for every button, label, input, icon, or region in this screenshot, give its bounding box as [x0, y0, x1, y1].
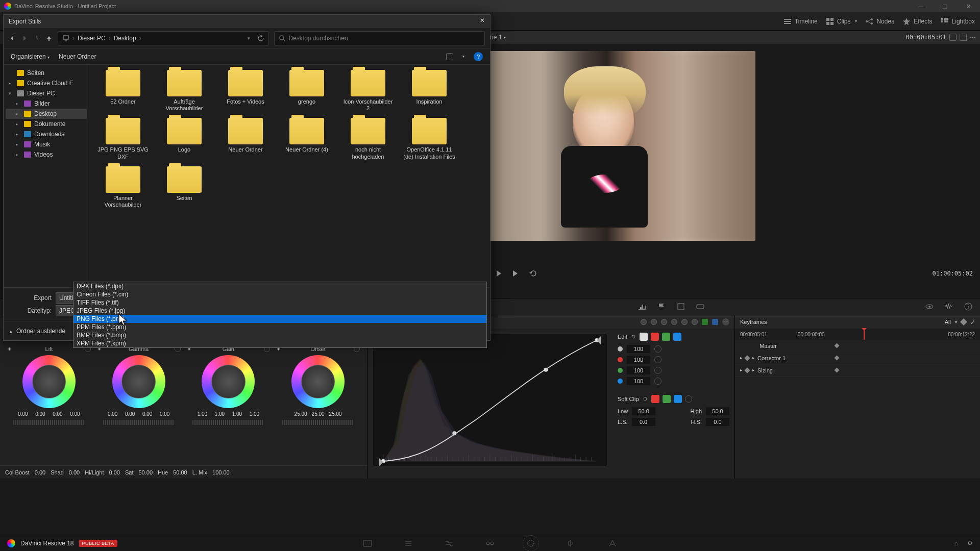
media-page-icon[interactable]: [362, 538, 373, 548]
kf-tc-current[interactable]: 00:00:05:01: [740, 332, 767, 337]
minimize-button[interactable]: —: [910, 0, 933, 12]
wheel-num[interactable]: 1.00: [247, 411, 262, 417]
organize-button[interactable]: Organisieren ▾: [11, 53, 50, 60]
expand-icon[interactable]: [960, 34, 967, 41]
high-value[interactable]: [706, 407, 729, 415]
keyframe-diamond[interactable]: [835, 368, 840, 373]
help-icon[interactable]: ?: [474, 52, 483, 61]
settings-icon[interactable]: ⚙: [967, 540, 973, 547]
reset-icon[interactable]: [654, 367, 662, 374]
nav-up-icon[interactable]: [45, 35, 53, 42]
nav-forward-icon[interactable]: [21, 35, 28, 42]
path-field[interactable]: ›Dieser PC ›Desktop › ▾: [58, 31, 269, 45]
hilight-value[interactable]: 0.00: [109, 469, 120, 475]
curve-mode-6[interactable]: [692, 319, 698, 325]
jog-wheel[interactable]: [103, 420, 175, 425]
folder-tree[interactable]: Seiten▸Creative Cloud F▾Dieser PC▸Bilder…: [4, 65, 89, 287]
path-dropdown-icon[interactable]: ▾: [248, 36, 250, 41]
curve-mode-2[interactable]: [651, 319, 657, 325]
sat-value[interactable]: 50.00: [138, 469, 153, 475]
curve-mode-3[interactable]: [661, 319, 667, 325]
wheel-num[interactable]: 25.00: [293, 411, 308, 417]
folder-item[interactable]: Planner Vorschaubilder: [96, 166, 150, 208]
curve-mode-5[interactable]: [681, 319, 688, 325]
folder-item[interactable]: Aufträge Vorschaubilder: [158, 70, 211, 112]
deliver-page-icon[interactable]: [607, 538, 618, 548]
folder-item[interactable]: grengo: [280, 70, 333, 112]
search-field[interactable]: Desktop durchsuchen: [274, 31, 485, 45]
green-chip[interactable]: [662, 333, 670, 341]
offset-wheel[interactable]: [291, 355, 345, 408]
loop-icon[interactable]: [529, 269, 537, 278]
curve-mode-4[interactable]: [671, 319, 677, 325]
filetype-option[interactable]: JPEG Files (*.jpg): [74, 307, 486, 315]
lightbox-button[interactable]: Lightbox: [941, 17, 975, 26]
reset-icon[interactable]: [654, 356, 662, 363]
folder-item[interactable]: 52 Ordner: [96, 70, 150, 112]
info-icon[interactable]: [964, 302, 973, 311]
wheel-num[interactable]: 0.00: [67, 411, 83, 417]
maximize-button[interactable]: ▢: [933, 0, 957, 12]
home-icon[interactable]: ⌂: [954, 540, 958, 547]
wheel-num[interactable]: 0.00: [140, 411, 155, 417]
folder-item[interactable]: noch nicht hochgeladen: [341, 118, 395, 160]
fairlight-page-icon[interactable]: [567, 538, 577, 548]
tree-item[interactable]: ▸Dokumente: [6, 119, 87, 129]
menu-icon[interactable]: ⋯: [970, 34, 976, 41]
hs-value[interactable]: [706, 418, 729, 426]
channel-value[interactable]: [627, 356, 650, 364]
wheel-num[interactable]: 0.00: [157, 411, 173, 417]
blue-chip[interactable]: [673, 333, 681, 341]
jog-wheel[interactable]: [282, 420, 354, 425]
picker-icon[interactable]: ✦: [7, 346, 13, 352]
scopes-icon[interactable]: [638, 302, 647, 311]
folder-item[interactable]: JPG PNG EPS SVG DXF: [96, 118, 150, 160]
channel-dot[interactable]: [618, 379, 623, 384]
sc-reset-icon[interactable]: [685, 395, 692, 403]
next-clip-icon[interactable]: [512, 269, 520, 278]
curve-mode-7[interactable]: [702, 319, 708, 325]
lut-icon[interactable]: [676, 302, 685, 311]
tree-item[interactable]: ▸Creative Cloud F: [6, 78, 87, 88]
fx-icon[interactable]: [696, 302, 705, 311]
tree-item[interactable]: ▾Dieser PC: [6, 88, 87, 98]
filetype-option[interactable]: PNG Files (*.png): [74, 315, 486, 323]
nodes-button[interactable]: Nodes: [865, 17, 894, 26]
folder-grid[interactable]: 52 OrdnerAufträge VorschaubilderFotos + …: [89, 65, 490, 287]
folder-item[interactable]: Logo: [158, 118, 211, 160]
ls-value[interactable]: [632, 418, 655, 426]
filetype-option[interactable]: TIFF Files (*.tif): [74, 298, 486, 307]
collapse-icon[interactable]: ▴: [10, 329, 12, 334]
clips-button[interactable]: Clips▾: [826, 17, 857, 26]
gain-wheel[interactable]: [202, 355, 255, 408]
filetype-option[interactable]: XPM Files (*.xpm): [74, 339, 486, 347]
folder-item[interactable]: Fotos + Videos: [219, 70, 272, 112]
folder-item[interactable]: Neuer Ordner: [219, 118, 272, 160]
keyframe-diamond[interactable]: [835, 356, 840, 361]
tree-item[interactable]: ▸Downloads: [6, 129, 87, 139]
channel-value[interactable]: [627, 345, 650, 353]
channel-dot[interactable]: [618, 357, 623, 362]
folder-item[interactable]: Inspiration: [403, 70, 456, 112]
cut-page-icon[interactable]: [403, 538, 413, 548]
close-button[interactable]: ✕: [957, 0, 980, 12]
fusion-page-icon[interactable]: [485, 538, 495, 548]
nav-recent-icon[interactable]: [33, 35, 40, 42]
channel-dot[interactable]: [618, 346, 623, 352]
tree-item[interactable]: Seiten: [6, 68, 87, 78]
folder-item[interactable]: Seiten: [158, 166, 211, 208]
wheel-num[interactable]: 25.00: [310, 411, 326, 417]
filetype-dropdown[interactable]: DPX Files (*.dpx)Cineon Files (*.cin)TIF…: [73, 282, 487, 348]
reset-icon[interactable]: [654, 378, 662, 385]
lum-chip[interactable]: [640, 333, 648, 341]
flag-icon[interactable]: [657, 302, 666, 311]
playhead[interactable]: [864, 329, 865, 340]
keyframe-row[interactable]: Master: [735, 340, 980, 352]
kf-diamond-icon[interactable]: [960, 318, 967, 325]
sc-red-chip[interactable]: [651, 395, 659, 403]
filetype-option[interactable]: BMP Files (*.bmp): [74, 331, 486, 339]
waveform-icon[interactable]: [944, 302, 953, 311]
edit-page-icon[interactable]: [444, 538, 454, 548]
timecode-right[interactable]: 01:00:05:02: [933, 270, 973, 277]
view-mode-icon[interactable]: [446, 53, 453, 60]
